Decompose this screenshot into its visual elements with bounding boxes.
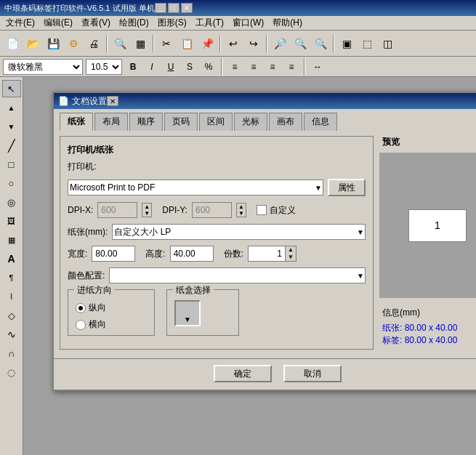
image-tool[interactable]: 🖼 [2, 212, 21, 230]
frame1-btn[interactable]: ▣ [337, 34, 356, 53]
format-bar: 微软雅黑 10.5 B I U S % ≡ ≡ ≡ ≡ ↔ [0, 57, 476, 77]
paper-select[interactable]: 自定义大小 LP [112, 224, 366, 240]
toolbar-sep2 [153, 35, 154, 52]
tab-canvas[interactable]: 画布 [269, 113, 302, 131]
menu-file[interactable]: 文件(E) [1, 15, 39, 31]
extra1-btn[interactable]: ◫ [378, 34, 397, 53]
barcode-tool[interactable]: ▦ [2, 231, 21, 249]
cancel-btn[interactable]: 取消 [283, 365, 342, 382]
open-btn[interactable]: 📂 [23, 34, 42, 53]
dpix-input[interactable] [97, 202, 137, 218]
tab-cursor[interactable]: 光标 [234, 113, 267, 131]
ok-btn[interactable]: 确定 [214, 365, 272, 382]
menu-edit[interactable]: 编辑(E) [39, 15, 77, 31]
height-input[interactable] [170, 246, 214, 262]
para-tool[interactable]: ¶ [2, 269, 21, 286]
spiral-tool[interactable]: ◌ [2, 363, 21, 381]
tab-paper[interactable]: 纸张 [60, 113, 93, 131]
undo-btn[interactable]: ↩ [224, 34, 243, 53]
spacing-btn[interactable]: ↔ [310, 59, 326, 75]
paste-btn[interactable]: 📌 [198, 34, 217, 53]
tab-range[interactable]: 区间 [199, 113, 233, 131]
portrait-radio-item[interactable]: 纵向 [76, 302, 147, 314]
dialog-title-bar: 📄 文档设置 ✕ [54, 93, 476, 109]
italic-btn[interactable]: I [144, 59, 160, 75]
close-btn[interactable]: ✕ [181, 3, 193, 13]
custom-checkbox[interactable] [257, 205, 267, 215]
curve-tool[interactable]: ∿ [2, 326, 21, 343]
printer-select-row: Microsoft Print to PDF ▼ 属性 [68, 179, 366, 196]
dpiy-up-btn[interactable]: ▲ [237, 204, 246, 210]
strikethrough-btn[interactable]: S [182, 59, 198, 75]
text-tool[interactable]: A [2, 250, 21, 267]
maximize-btn[interactable]: □ [168, 3, 179, 13]
menu-tools[interactable]: 工具(T) [191, 15, 228, 31]
redo-btn[interactable]: ↪ [244, 34, 263, 53]
bold-btn[interactable]: B [125, 59, 141, 75]
custom-label: 自定义 [270, 204, 296, 217]
circle-tool[interactable]: ◎ [2, 193, 21, 211]
search2-btn[interactable]: 🔍 [291, 34, 310, 53]
toolbar-sep4 [266, 35, 267, 52]
menu-window[interactable]: 窗口(W) [228, 15, 268, 31]
copies-down-btn[interactable]: ▼ [286, 254, 296, 261]
font-size-select[interactable]: 10.5 [86, 59, 122, 75]
diamond-tool[interactable]: ◇ [2, 307, 21, 324]
font-name-select[interactable]: 微软雅黑 [3, 59, 83, 75]
search1-btn[interactable]: 🔎 [270, 34, 289, 53]
tab-layout[interactable]: 布局 [94, 113, 128, 131]
color-label: 颜色配置: [68, 270, 105, 282]
frame2-btn[interactable]: ⬚ [358, 34, 376, 53]
align-justify-btn[interactable]: ≡ [283, 59, 299, 75]
barcode2-tool[interactable]: ⌇ [2, 288, 21, 305]
menu-help[interactable]: 帮助(H) [268, 15, 307, 31]
printer-dropdown-wrapper: Microsoft Print to PDF ▼ [68, 180, 323, 196]
search3-btn[interactable]: 🔍 [311, 34, 330, 53]
menu-view[interactable]: 查看(V) [77, 15, 115, 31]
tab-pageno[interactable]: 页码 [164, 113, 198, 131]
copies-input[interactable] [249, 246, 285, 261]
dpiy-down-btn[interactable]: ▼ [237, 210, 246, 217]
tab-order[interactable]: 顺序 [129, 113, 163, 131]
align-right-btn[interactable]: ≡ [265, 59, 281, 75]
dpix-down-btn[interactable]: ▼ [142, 210, 151, 217]
new-btn[interactable]: 📄 [3, 34, 22, 53]
zoom-btn[interactable]: 🔍 [110, 34, 129, 53]
copy-btn[interactable]: 📋 [177, 34, 196, 53]
color-select[interactable] [109, 267, 366, 283]
toolbar-sep3 [219, 35, 221, 52]
paper-label: 纸张(mm): [68, 226, 108, 238]
scroll-up-tool[interactable]: ▲ [2, 99, 21, 116]
menu-draw[interactable]: 绘图(D) [115, 15, 153, 31]
minimize-btn[interactable]: _ [155, 3, 166, 13]
settings-btn[interactable]: ⚙ [64, 34, 83, 53]
save-btn[interactable]: 💾 [44, 34, 62, 53]
dialog-close-btn[interactable]: ✕ [107, 96, 118, 106]
preview-page-number: 1 [435, 220, 440, 231]
line-tool[interactable]: ╱ [2, 137, 21, 154]
percent-btn[interactable]: % [201, 59, 217, 75]
dpiy-input[interactable] [192, 202, 232, 218]
barcode-btn[interactable]: ▦ [131, 34, 150, 53]
properties-btn[interactable]: 属性 [328, 179, 366, 196]
printer-select[interactable]: Microsoft Print to PDF [68, 180, 323, 196]
scroll-down-tool[interactable]: ▼ [2, 118, 21, 135]
menu-shape[interactable]: 图形(S) [153, 15, 191, 31]
format-sep1 [221, 58, 222, 76]
cut-btn[interactable]: ✂ [157, 34, 176, 53]
dpix-up-btn[interactable]: ▲ [142, 204, 151, 210]
arc-tool[interactable]: ∩ [2, 345, 21, 362]
rectangle-tool[interactable]: □ [2, 156, 21, 173]
tab-info[interactable]: 信息 [304, 113, 337, 131]
landscape-radio-item[interactable]: 横向 [76, 318, 147, 331]
align-left-btn[interactable]: ≡ [227, 59, 243, 75]
width-input[interactable] [92, 246, 135, 262]
pointer-tool[interactable]: ↖ [2, 80, 21, 97]
align-center-btn[interactable]: ≡ [246, 59, 262, 75]
underline-btn[interactable]: U [163, 59, 179, 75]
portrait-radio-circle [76, 303, 86, 313]
color-dropdown-wrapper: ▼ [109, 267, 366, 283]
oval-tool[interactable]: ○ [2, 174, 21, 192]
copies-up-btn[interactable]: ▲ [286, 246, 296, 254]
print-btn[interactable]: 🖨 [84, 34, 103, 53]
